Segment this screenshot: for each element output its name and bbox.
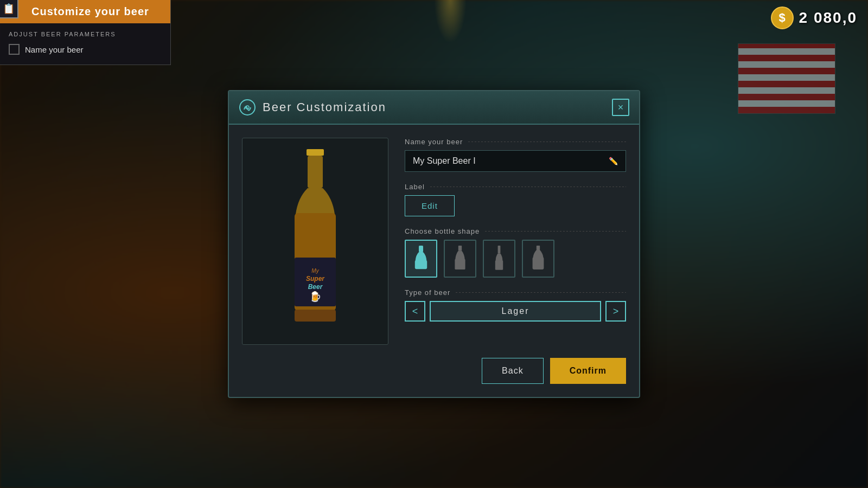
bottle-shape-1[interactable] [405, 240, 437, 278]
svg-text:Super: Super [306, 275, 325, 282]
right-panel: Name your beer My Super Beer I ✏️ Label … [405, 138, 626, 345]
svg-rect-18 [533, 258, 544, 269]
beer-type-prev-button[interactable]: < [405, 301, 425, 322]
back-button[interactable]: Back [482, 358, 544, 384]
bottle-shape-4[interactable] [522, 240, 554, 278]
name-field-section: Name your beer My Super Beer I ✏️ [405, 138, 626, 172]
modal-header-left: Beer Customization [239, 99, 386, 116]
svg-rect-17 [537, 246, 540, 250]
modal-footer: Back Confirm [229, 358, 639, 397]
beer-type-selector: < Lager > [405, 301, 626, 322]
label-field-label: Label [405, 183, 626, 191]
label-edit-button[interactable]: Edit [405, 195, 455, 216]
svg-rect-14 [455, 259, 465, 269]
svg-rect-12 [415, 260, 427, 269]
beer-type-section: Type of beer < Lager > [405, 288, 626, 322]
bottle-preview: My Super Beer 🍺 [242, 138, 388, 345]
bottle-shapes-container [405, 240, 626, 278]
beer-type-next-button[interactable]: > [605, 301, 626, 322]
beer-icon [239, 99, 256, 116]
svg-rect-15 [498, 246, 501, 253]
svg-rect-2 [307, 149, 324, 156]
bottle-shape-label: Choose bottle shape [405, 227, 626, 235]
beer-name-input[interactable]: My Super Beer I ✏️ [405, 150, 626, 172]
svg-rect-16 [495, 260, 503, 270]
svg-rect-11 [419, 246, 423, 252]
modal-overlay: Beer Customization × [0, 0, 868, 488]
modal-title: Beer Customization [263, 100, 386, 114]
svg-text:Beer: Beer [308, 283, 323, 291]
beer-customization-modal: Beer Customization × [228, 90, 640, 398]
modal-header: Beer Customization × [229, 91, 639, 125]
svg-text:🍺: 🍺 [309, 291, 322, 303]
svg-rect-13 [458, 246, 462, 251]
bottle-svg: My Super Beer 🍺 [283, 149, 348, 333]
modal-body: My Super Beer 🍺 Name your beer My Super … [229, 125, 639, 358]
bottle-shape-3[interactable] [483, 240, 515, 278]
name-field-label: Name your beer [405, 138, 626, 146]
beer-name-value: My Super Beer I [413, 156, 609, 166]
label-field-section: Label Edit [405, 183, 626, 216]
svg-rect-3 [308, 156, 323, 188]
svg-text:My: My [311, 268, 319, 274]
confirm-button[interactable]: Confirm [550, 358, 626, 384]
svg-rect-10 [295, 310, 336, 322]
bottle-shape-2[interactable] [444, 240, 476, 278]
close-button[interactable]: × [612, 99, 629, 116]
beer-type-value: Lager [430, 301, 601, 322]
beer-type-label: Type of beer [405, 288, 626, 297]
edit-pencil-icon[interactable]: ✏️ [609, 157, 618, 165]
bottle-shape-section: Choose bottle shape [405, 227, 626, 278]
